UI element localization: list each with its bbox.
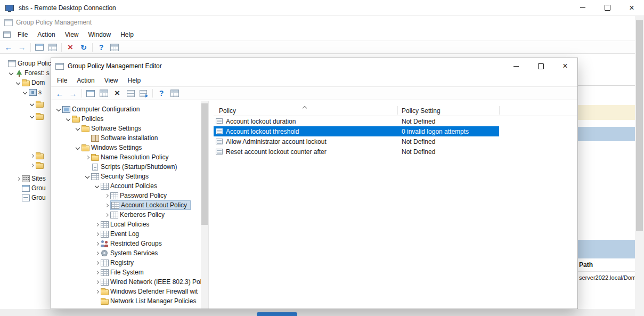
expand-icon[interactable] — [103, 210, 110, 220]
tree-item-group-polic[interactable]: Group Polic — [0, 59, 51, 68]
tree-item-forest-s[interactable]: Forest: s — [0, 68, 51, 78]
tree-item-s[interactable]: s — [0, 87, 51, 97]
tree-item-account-policies[interactable]: Account Policies — [51, 181, 201, 191]
policy-row-reset-account-lockout-counter-after[interactable]: Reset account lockout counter afterNot D… — [214, 147, 499, 157]
taskbar-indicator[interactable] — [257, 312, 297, 316]
tree-item-item[interactable] — [0, 111, 51, 121]
menu-gpm-file[interactable]: File — [13, 30, 32, 39]
tree-item-item[interactable] — [0, 99, 51, 109]
policy-row-account-lockout-duration[interactable]: Account lockout durationNot Defined — [214, 116, 499, 126]
collapse-icon[interactable] — [55, 104, 62, 114]
tree-scrollbar[interactable] — [201, 101, 208, 309]
collapse-icon[interactable] — [75, 124, 81, 133]
tree-item-windows-defender-firewall-wit[interactable]: Windows Defender Firewall wit — [51, 287, 201, 296]
policy-row-account-lockout-threshold[interactable]: Account lockout threshold0 invalid logon… — [214, 126, 499, 136]
expand-icon[interactable] — [94, 220, 101, 229]
minimize-icon[interactable] — [504, 58, 528, 74]
expand-icon[interactable] — [94, 229, 101, 239]
tree-item-grou[interactable]: Grou — [0, 183, 51, 193]
tree-item-dom[interactable]: Dom — [0, 78, 51, 87]
expand-icon[interactable] — [94, 248, 101, 258]
column-divider[interactable] — [397, 106, 398, 115]
tree-item-computer-configuration[interactable]: Computer Configuration — [51, 104, 201, 114]
window-icon[interactable] — [34, 42, 45, 53]
tree-item-windows-settings[interactable]: Windows Settings — [51, 143, 201, 152]
grid-icon[interactable] — [169, 88, 181, 99]
grid-icon[interactable] — [47, 42, 59, 53]
expand-icon[interactable] — [94, 287, 101, 296]
help-icon[interactable] — [95, 42, 107, 53]
menu-editor-action[interactable]: Action — [72, 76, 99, 85]
expand-icon[interactable] — [29, 160, 36, 170]
forward-icon[interactable] — [67, 88, 79, 99]
tree-item-item[interactable] — [0, 151, 51, 160]
expand-icon[interactable] — [94, 277, 101, 287]
window-icon[interactable] — [85, 88, 96, 99]
gpo-selected-row-fragment[interactable] — [578, 105, 635, 120]
tree-item-security-settings[interactable]: Security Settings — [51, 172, 201, 181]
tree-item-item[interactable] — [0, 160, 51, 170]
column-header-policy[interactable]: Policy — [219, 107, 236, 115]
column-header-policy-setting[interactable]: Policy Setting — [402, 107, 441, 115]
collapse-icon[interactable] — [29, 111, 36, 121]
collapse-icon[interactable] — [84, 172, 91, 181]
tree-item-system-services[interactable]: System Services — [51, 248, 201, 258]
collapse-icon[interactable] — [15, 78, 22, 87]
maximize-icon[interactable] — [528, 58, 553, 74]
tree-item-software-settings[interactable]: Software Settings — [51, 124, 201, 133]
menu-editor-view[interactable]: View — [100, 76, 123, 85]
tree-item-event-log[interactable]: Event Log — [51, 229, 201, 239]
maximize-icon[interactable] — [595, 0, 619, 15]
export-icon[interactable] — [138, 88, 150, 99]
list-icon[interactable] — [125, 88, 136, 99]
scrollbar-thumb[interactable] — [201, 103, 208, 225]
expand-icon[interactable] — [103, 200, 110, 210]
back-icon[interactable] — [3, 42, 14, 53]
expand-icon[interactable] — [94, 268, 101, 277]
policy-row-allow-administrator-account-lockout[interactable]: Allow Administrator account lockoutNot D… — [214, 136, 499, 147]
delete-red-icon[interactable] — [64, 42, 76, 53]
path-column-header[interactable]: Path — [579, 261, 593, 269]
tree-item-grou[interactable]: Grou — [0, 193, 51, 202]
gpme-titlebar[interactable]: Group Policy Management Editor — [51, 58, 577, 74]
tree-item-wired-network-ieee-802-3-pol[interactable]: Wired Network (IEEE 802.3) Pol — [51, 277, 201, 287]
tree-item-kerberos-policy[interactable]: Kerberos Policy — [51, 210, 201, 220]
collapse-icon[interactable] — [75, 143, 81, 152]
tree-item-restricted-groups[interactable]: Restricted Groups — [51, 239, 201, 248]
expand-icon[interactable] — [103, 191, 110, 200]
expand-icon[interactable] — [94, 239, 101, 248]
expand-icon[interactable] — [94, 258, 101, 268]
menu-editor-file[interactable]: File — [52, 76, 72, 85]
tree-item-network-list-manager-policies[interactable]: Network List Manager Policies — [51, 296, 201, 306]
forward-icon[interactable] — [16, 42, 28, 53]
menu-gpm-view[interactable]: View — [60, 30, 84, 39]
collapse-icon[interactable] — [22, 87, 29, 97]
tree-item-registry[interactable]: Registry — [51, 258, 201, 268]
tree-item-account-lockout-policy[interactable]: Account Lockout Policy — [51, 200, 201, 210]
tree-item-password-policy[interactable]: Password Policy — [51, 191, 201, 200]
refresh-icon[interactable] — [78, 42, 89, 53]
menu-gpm-help[interactable]: Help — [116, 30, 138, 39]
menu-editor-help[interactable]: Help — [123, 76, 146, 85]
tree-item-software-installation[interactable]: Software installation — [51, 133, 201, 143]
scrollbar-thumb[interactable] — [636, 20, 643, 231]
collapse-icon[interactable] — [8, 68, 15, 78]
back-icon[interactable] — [54, 88, 66, 99]
tree-item-file-system[interactable]: File System — [51, 268, 201, 277]
expand-icon[interactable] — [84, 152, 91, 162]
close-icon[interactable] — [619, 0, 644, 15]
column-divider[interactable] — [499, 106, 500, 115]
tree-item-local-policies[interactable]: Local Policies — [51, 220, 201, 229]
tree-item-sites[interactable]: Sites — [0, 174, 51, 183]
collapse-icon[interactable] — [29, 99, 36, 109]
tree-item-name-resolution-policy[interactable]: Name Resolution Policy — [51, 152, 201, 162]
collapse-icon[interactable] — [94, 181, 101, 191]
vertical-scrollbar[interactable] — [635, 16, 644, 316]
grid-icon[interactable] — [98, 88, 110, 99]
menu-gpm-window[interactable]: Window — [84, 30, 116, 39]
close-icon[interactable] — [553, 58, 577, 74]
expand-icon[interactable] — [29, 151, 36, 160]
grid-icon[interactable] — [109, 42, 120, 53]
delete-dark-icon[interactable] — [111, 88, 123, 99]
help-icon[interactable] — [156, 88, 167, 99]
